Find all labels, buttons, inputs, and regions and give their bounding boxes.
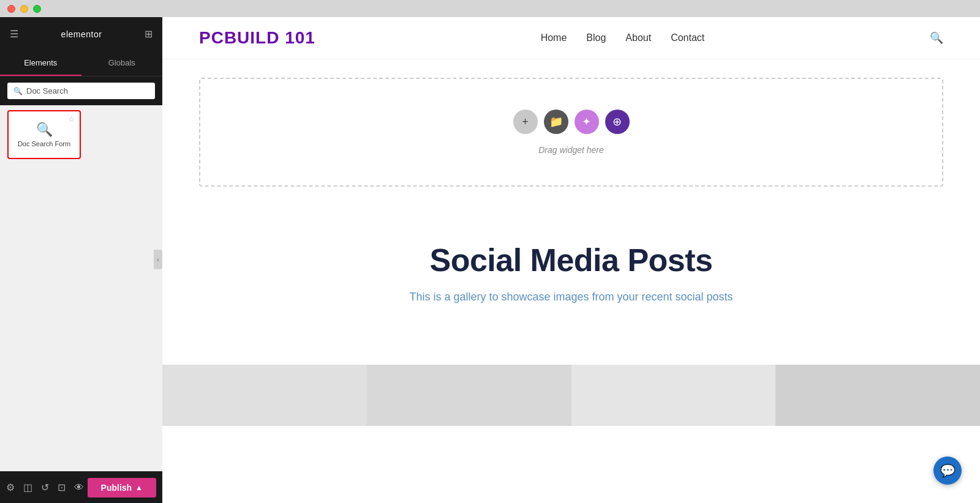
preview-icon[interactable]: 👁 bbox=[74, 482, 84, 493]
magic-button[interactable]: ✦ bbox=[575, 110, 599, 134]
publish-label: Publish bbox=[101, 483, 132, 493]
folder-button[interactable]: 📁 bbox=[544, 110, 568, 134]
layers-icon[interactable]: ◫ bbox=[23, 482, 32, 493]
site-logo: PCBUILD 101 bbox=[199, 28, 315, 48]
chat-bubble[interactable]: 💬 bbox=[933, 456, 962, 485]
titlebar bbox=[0, 0, 980, 17]
elementor-panel: ☰ elementor ⊞ Elements Globals 🔍 ☆ 🔍 Doc… bbox=[0, 17, 162, 503]
panel-logo: elementor bbox=[61, 29, 102, 39]
add-widget-button[interactable]: + bbox=[513, 110, 538, 134]
add-element-button[interactable]: ⊕ bbox=[605, 110, 630, 134]
gallery-item-2 bbox=[367, 365, 571, 426]
nav-search-icon[interactable]: 🔍 bbox=[930, 31, 943, 45]
close-button[interactable] bbox=[7, 5, 15, 13]
minimize-button[interactable] bbox=[20, 5, 28, 13]
hamburger-icon[interactable]: ☰ bbox=[10, 28, 18, 40]
tab-globals[interactable]: Globals bbox=[81, 51, 163, 76]
gallery-item-3 bbox=[571, 365, 776, 426]
widgets-grid: ☆ 🔍 Doc Search Form bbox=[0, 105, 162, 471]
chevron-up-icon: ▲ bbox=[135, 483, 143, 492]
nav-about[interactable]: About bbox=[625, 32, 651, 43]
widget-search-icon: 🔍 bbox=[36, 122, 53, 138]
search-icon: 🔍 bbox=[13, 87, 23, 95]
folder-icon: 📁 bbox=[549, 115, 563, 129]
publish-button[interactable]: Publish ▲ bbox=[88, 478, 156, 497]
history-icon[interactable]: ↺ bbox=[41, 482, 49, 493]
section-subtitle: This is a gallery to showcase images fro… bbox=[199, 291, 943, 304]
content-area: PCBUILD 101 Home Blog About Contact 🔍 + bbox=[162, 17, 980, 503]
gallery-item-4 bbox=[775, 365, 980, 426]
main-content: Social Media Posts This is a gallery to … bbox=[162, 205, 980, 352]
collapse-icon: ‹ bbox=[157, 256, 159, 263]
nav-blog[interactable]: Blog bbox=[586, 32, 606, 43]
widget-actions: + 📁 ✦ ⊕ bbox=[513, 110, 630, 134]
nav-home[interactable]: Home bbox=[541, 32, 567, 43]
gallery-row bbox=[162, 365, 980, 426]
panel-tabs: Elements Globals bbox=[0, 51, 162, 76]
maximize-button[interactable] bbox=[33, 5, 41, 13]
settings-icon[interactable]: ⚙ bbox=[6, 482, 15, 493]
section-title: Social Media Posts bbox=[199, 242, 943, 278]
nav-contact[interactable]: Contact bbox=[671, 32, 704, 43]
gallery-item-1 bbox=[162, 365, 367, 426]
chat-icon: 💬 bbox=[940, 463, 956, 478]
add-icon: ⊕ bbox=[612, 115, 622, 129]
site-header: PCBUILD 101 Home Blog About Contact 🔍 bbox=[162, 17, 980, 59]
widget-label: Doc Search Form bbox=[18, 140, 70, 147]
star-icon: ☆ bbox=[68, 115, 75, 124]
doc-search-form-widget[interactable]: ☆ 🔍 Doc Search Form bbox=[7, 110, 81, 159]
responsive-icon[interactable]: ⊡ bbox=[58, 482, 66, 493]
site-nav: Home Blog About Contact bbox=[541, 32, 705, 43]
drop-zone[interactable]: + 📁 ✦ ⊕ Drag widget here bbox=[199, 78, 943, 187]
tab-elements[interactable]: Elements bbox=[0, 51, 81, 76]
search-box: 🔍 bbox=[7, 83, 155, 99]
plus-icon: + bbox=[522, 116, 529, 129]
panel-bottom-bar: ⚙ ◫ ↺ ⊡ 👁 Publish ▲ bbox=[0, 471, 162, 503]
sparkle-icon: ✦ bbox=[582, 115, 591, 129]
collapse-handle[interactable]: ‹ bbox=[154, 250, 162, 269]
drag-hint: Drag widget here bbox=[538, 145, 604, 155]
grid-icon[interactable]: ⊞ bbox=[145, 28, 153, 40]
search-input[interactable] bbox=[26, 86, 149, 95]
panel-header: ☰ elementor ⊞ bbox=[0, 17, 162, 51]
website-preview: PCBUILD 101 Home Blog About Contact 🔍 + bbox=[162, 17, 980, 503]
bottom-icons-group: ⚙ ◫ ↺ ⊡ 👁 bbox=[6, 482, 84, 493]
panel-search-area: 🔍 bbox=[0, 76, 162, 105]
drop-zone-section: + 📁 ✦ ⊕ Drag widget here bbox=[162, 59, 980, 205]
